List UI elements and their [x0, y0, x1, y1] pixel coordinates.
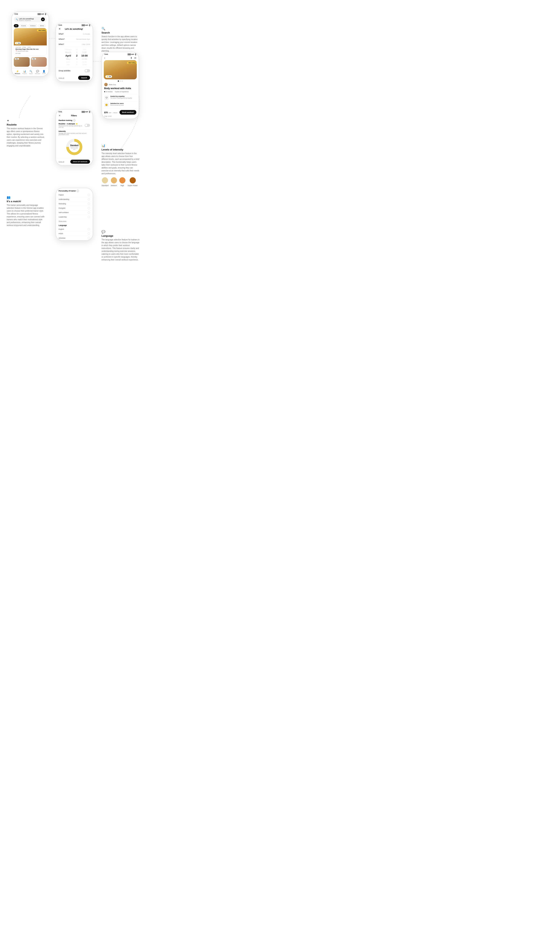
lang-ukrainian[interactable]: Ukrainian — [56, 236, 93, 240]
tab-events[interactable]: Events — [20, 24, 28, 28]
lang-polish-radio[interactable] — [88, 233, 90, 235]
mini-card-2[interactable]: New — [31, 57, 47, 67]
mail-icon[interactable]: ✉ — [134, 57, 136, 59]
lang-english[interactable]: English — [56, 227, 93, 231]
wifi-3: WiFi — [131, 54, 134, 55]
filter-clear-button[interactable]: Clear all — [58, 161, 64, 162]
book-button[interactable]: Book workout — [120, 110, 136, 115]
stats-row: 10 reviews 6 years of experience — [102, 91, 138, 94]
show-more-traits[interactable]: Show more — [56, 219, 93, 223]
battery-3: ▐ — [135, 54, 136, 55]
annotation-match-icon: 👥 — [7, 196, 45, 199]
when-row[interactable]: When? 2 Apr, 10:00 — [56, 42, 93, 47]
donut-chart[interactable]: Standard Majority of users starts from t… — [58, 137, 90, 157]
wifi-2: WiFi — [85, 24, 88, 26]
share-icon[interactable]: ⬆ — [130, 57, 132, 59]
reviews-text: 10 reviews — [106, 91, 112, 92]
donut-label: Standard Majority of users starts from t… — [70, 144, 79, 150]
clear-all-button[interactable]: Clear all — [58, 77, 64, 79]
personality-title: Personality of trainer i — [56, 188, 93, 193]
workout-title-detail: Body workout with Anita — [102, 87, 138, 91]
filter-tabs: All Events Outdoor 30min — [12, 23, 49, 28]
search-button[interactable]: Search — [78, 76, 90, 80]
trait-energetic-radio[interactable] — [88, 207, 90, 209]
filter-footer: Clear all Show 127 workouts — [56, 158, 93, 165]
close-button[interactable]: ✕ — [58, 28, 60, 30]
header-actions: ⬆ ✉ — [130, 57, 136, 59]
group-label: Group activities — [58, 70, 71, 72]
annotation-search-icon: 🔍 — [102, 27, 140, 31]
nav-workouts[interactable]: ⚡ Workouts — [15, 70, 20, 74]
where-value: Second House Gym — [76, 39, 90, 40]
filter-close[interactable]: ✕ — [58, 114, 60, 117]
trait-patient[interactable]: Patient — [56, 193, 93, 197]
day-jul: 5 — [76, 64, 77, 66]
time-2: 9:41 — [58, 24, 62, 26]
status-bar-4: 9:41 ▐▐▐ WiFi ▐ — [56, 109, 93, 113]
intensity-levels: Standard Medium High Super Power — [102, 177, 140, 187]
battery-4: ▐ — [89, 111, 90, 113]
empathy-icon: 🛡 — [104, 96, 109, 100]
intensity-medium-circle — [111, 177, 117, 183]
lang-ukrainian-radio[interactable] — [88, 237, 90, 239]
featured-card[interactable]: Best rating ⭐ 5.0 Liza Crod 22 Apr 14:00… — [14, 28, 47, 55]
annotation-language: 💬 Language The language selection featur… — [102, 230, 140, 261]
trait-leadership[interactable]: Leadership — [56, 215, 93, 219]
trait-self-confident[interactable]: Self-confident — [56, 210, 93, 215]
annotation-search-desc: Search function in the app allows users … — [102, 35, 140, 52]
where-label: Where? — [58, 38, 65, 40]
lang-polish-label: Polish — [58, 233, 63, 234]
month-apr: April — [65, 54, 71, 57]
month-jun: June — [66, 61, 70, 63]
nav-explore[interactable]: 🔍 Explore — [29, 70, 33, 74]
trait-understanding-label: Understanding — [58, 198, 69, 200]
nav-progress[interactable]: 📊 Progress — [22, 70, 27, 74]
tab-all[interactable]: All — [14, 24, 18, 28]
date-row-apr[interactable]: April 2 10:00 — [58, 54, 90, 57]
nav-workouts-label: Workouts — [15, 73, 20, 74]
group-toggle[interactable] — [85, 69, 90, 72]
lang-polish[interactable]: Polish — [56, 231, 93, 236]
satisfied-title: Satisfied for users — [110, 103, 136, 104]
where-row[interactable]: Where? Second House Gym — [56, 37, 93, 42]
annotation-language-title: Language — [102, 234, 140, 237]
trait-energetic[interactable]: Energetic — [56, 206, 93, 210]
nav-messages[interactable]: 💬 Messages — [35, 70, 40, 74]
status-icons-4: ▐▐▐ WiFi ▐ — [82, 111, 90, 113]
roulette-toggle[interactable] — [85, 124, 90, 127]
trait-energetic-label: Energetic — [58, 207, 66, 209]
day-mar: 1 — [76, 51, 77, 54]
annotation-language-desc: The language selection feature for train… — [102, 238, 140, 261]
trait-understanding-radio[interactable] — [88, 198, 90, 200]
back-button[interactable]: ‹ — [104, 56, 105, 59]
trait-motivating-radio[interactable] — [88, 203, 90, 205]
wifi-4: WiFi — [85, 111, 88, 113]
nav-profile-label: Profile — [42, 73, 46, 74]
trait-self-confident-radio[interactable] — [88, 211, 90, 214]
info-icon: i — [73, 119, 75, 122]
intensity-high-circle — [119, 177, 125, 183]
annotation-match-title: It's a match! — [7, 200, 45, 203]
trait-patient-radio[interactable] — [88, 194, 90, 196]
nav-profile[interactable]: 👤 Profile — [42, 70, 46, 74]
battery-2: ▐ — [89, 24, 90, 26]
filter-button[interactable]: ⇄ — [41, 17, 45, 21]
day-jun: 4 — [76, 61, 77, 63]
trait-leadership-radio[interactable] — [88, 216, 90, 218]
satisfied-text: Satisfied for users Recommended by users — [110, 103, 136, 106]
trait-understanding[interactable]: Understanding — [56, 197, 93, 202]
trait-motivating[interactable]: Motivating — [56, 202, 93, 206]
show-workouts-button[interactable]: Show 127 workouts — [70, 160, 90, 164]
lang-english-radio[interactable] — [88, 228, 90, 230]
tab-30min[interactable]: 30min — [38, 24, 46, 28]
location-text: Second Home Gym — [17, 51, 28, 52]
filter-header: ✕ Filters — [56, 113, 93, 118]
intensity-medium: Medium — [111, 177, 117, 187]
search-bar[interactable]: 🔍 Let's do something! Anytime • Anywhere… — [14, 17, 47, 22]
date-picker[interactable]: February 50 8:00 March 1 9:00 April 2 10… — [56, 47, 93, 67]
mini-card-1[interactable]: New — [14, 57, 30, 67]
tab-outdoor[interactable]: Outdoor — [29, 24, 37, 28]
annotation-search: 🔍 Search Search function in the app allo… — [102, 27, 140, 52]
booking-price: $70 — [104, 111, 108, 114]
what-row[interactable]: What? I'm flexible — [56, 31, 93, 37]
